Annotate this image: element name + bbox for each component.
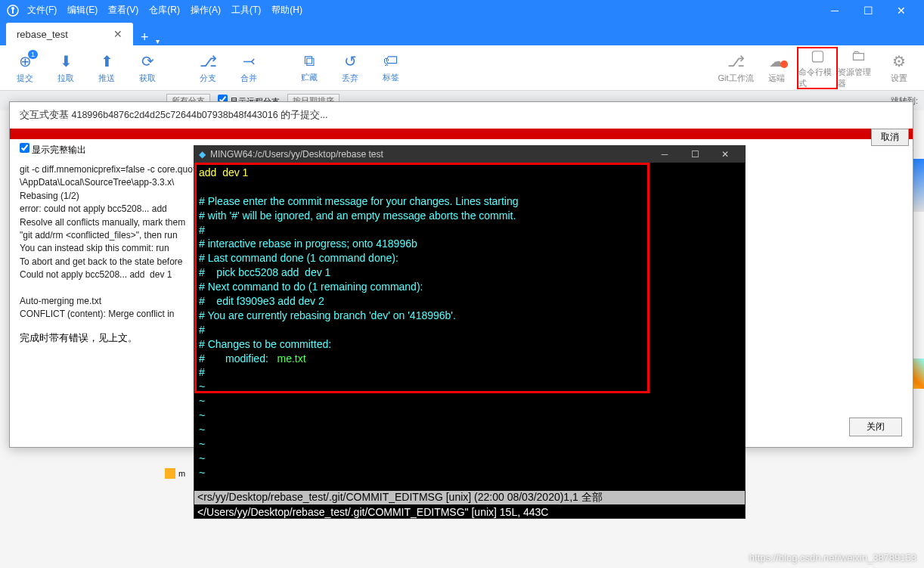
remote-button[interactable]: ☁远端 bbox=[756, 47, 797, 89]
menu-action[interactable]: 操作(A) bbox=[191, 4, 221, 17]
terminal-title: MINGW64:/c/Users/yy/Desktop/rebase test bbox=[210, 149, 383, 160]
explorer-icon: 🗀 bbox=[851, 47, 866, 64]
stash-button[interactable]: ⧉贮藏 bbox=[289, 47, 330, 89]
term-maximize[interactable]: ☐ bbox=[680, 149, 710, 160]
terminal-window: ◆ MINGW64:/c/Users/yy/Desktop/rebase tes… bbox=[194, 145, 746, 519]
menu-file[interactable]: 文件(F) bbox=[27, 4, 57, 17]
gitflow-icon: ⎇ bbox=[727, 52, 745, 70]
gitflow-button[interactable]: ⎇Git工作流 bbox=[715, 47, 756, 89]
pull-icon: ⬇ bbox=[60, 52, 73, 70]
terminal-button[interactable]: ▢命令行模式 bbox=[797, 47, 838, 89]
window-maximize[interactable]: ☐ bbox=[851, 5, 885, 17]
show-full-output-checkbox[interactable]: 显示完整输出 bbox=[20, 143, 86, 157]
tag-button[interactable]: 🏷标签 bbox=[371, 47, 411, 89]
pull-button[interactable]: ⬇拉取 bbox=[45, 47, 86, 89]
svg-point-1 bbox=[11, 7, 14, 10]
push-icon: ⬆ bbox=[101, 52, 113, 70]
tab-dropdown-icon[interactable]: ▾ bbox=[156, 37, 160, 45]
branch-button[interactable]: ⎇分支 bbox=[188, 47, 228, 89]
settings-button[interactable]: ⚙设置 bbox=[879, 47, 919, 89]
app-logo-icon bbox=[6, 4, 20, 17]
close-button[interactable]: 关闭 bbox=[849, 417, 902, 436]
file-icon bbox=[165, 468, 175, 479]
menu-repo[interactable]: 仓库(R) bbox=[149, 4, 180, 17]
vim-status-line: <rs/yy/Desktop/rebase_test/.git/COMMIT_E… bbox=[194, 491, 745, 504]
mingw-icon: ◆ bbox=[199, 149, 206, 160]
error-bar bbox=[10, 129, 913, 139]
window-minimize[interactable]: ─ bbox=[818, 5, 851, 17]
tabbar: rebase_test ✕ + ▾ bbox=[0, 20, 924, 45]
term-close[interactable]: ✕ bbox=[710, 149, 740, 160]
settings-icon: ⚙ bbox=[892, 52, 906, 70]
merge-button[interactable]: ⤙合并 bbox=[228, 47, 269, 89]
fetch-icon: ⟳ bbox=[141, 52, 154, 70]
fetch-button[interactable]: ⟳获取 bbox=[127, 47, 168, 89]
term-minimize[interactable]: ─ bbox=[650, 149, 680, 160]
tab-add-button[interactable]: + bbox=[133, 29, 157, 45]
svg-rect-2 bbox=[12, 10, 14, 14]
terminal-body[interactable]: add dev 1 # Please enter the commit mess… bbox=[194, 163, 745, 500]
vim-message-line: </Users/yy/Desktop/rebase_test/.git/COMM… bbox=[194, 506, 745, 518]
menu-view[interactable]: 查看(V) bbox=[108, 4, 138, 17]
terminal-titlebar[interactable]: ◆ MINGW64:/c/Users/yy/Desktop/rebase tes… bbox=[194, 146, 745, 163]
explorer-button[interactable]: 🗀资源管理器 bbox=[838, 47, 879, 89]
warn-dot-icon bbox=[780, 61, 788, 68]
repo-tab[interactable]: rebase_test ✕ bbox=[6, 23, 133, 45]
discard-icon: ↺ bbox=[344, 52, 357, 70]
push-button[interactable]: ⬆推送 bbox=[86, 47, 127, 89]
tab-title: rebase_test bbox=[17, 29, 68, 40]
stash-icon: ⧉ bbox=[304, 52, 315, 70]
modal-title: 交互式变基 418996b4876c2d4d25c72644b07938b48f… bbox=[10, 102, 913, 129]
toolbar: ⊕提交1 ⬇拉取 ⬆推送 ⟳获取 ⎇分支 ⤙合并 ⧉贮藏 ↺丢弃 🏷标签 ⎇Gi… bbox=[0, 45, 924, 91]
commit-badge: 1 bbox=[28, 50, 38, 59]
watermark: https://blog.csdn.net/weixin_38789153 bbox=[749, 552, 916, 563]
tab-close-icon[interactable]: ✕ bbox=[113, 28, 122, 40]
branch-icon: ⎇ bbox=[200, 52, 217, 70]
cancel-button[interactable]: 取消 bbox=[871, 129, 909, 146]
merge-icon: ⤙ bbox=[243, 52, 256, 70]
menubar: 文件(F) 编辑(E) 查看(V) 仓库(R) 操作(A) 工具(T) 帮助(H… bbox=[0, 0, 924, 20]
tag-icon: 🏷 bbox=[383, 52, 398, 70]
menu-edit[interactable]: 编辑(E) bbox=[67, 4, 98, 17]
discard-button[interactable]: ↺丢弃 bbox=[330, 47, 371, 89]
window-close[interactable]: ✕ bbox=[885, 5, 918, 17]
terminal-icon: ▢ bbox=[811, 46, 825, 64]
file-item[interactable]: m bbox=[165, 466, 195, 481]
menu-tools[interactable]: 工具(T) bbox=[231, 4, 261, 17]
side-panel-strip bbox=[913, 159, 924, 212]
menu-help[interactable]: 帮助(H) bbox=[271, 4, 302, 17]
commit-button[interactable]: ⊕提交1 bbox=[5, 47, 45, 89]
